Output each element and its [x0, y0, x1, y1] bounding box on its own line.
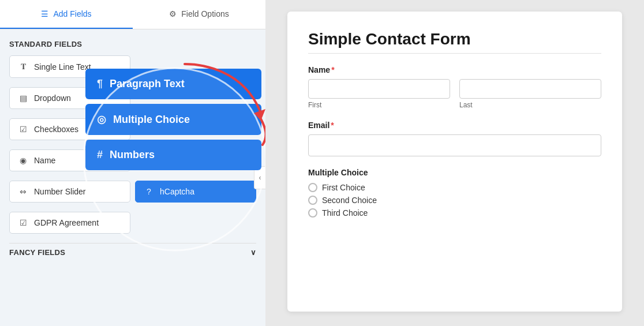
paragraph-text-label: Paragraph Text: [110, 78, 185, 90]
first-name-container: First: [308, 79, 450, 109]
name-required-star: *: [331, 65, 334, 74]
last-sublabel: Last: [459, 101, 601, 109]
tabs-bar: ☰ Add Fields ⚙ Field Options: [0, 0, 265, 29]
choice-2-label: Second Choice: [322, 196, 377, 205]
radio-2[interactable]: [308, 196, 317, 205]
numbers-label: Numbers: [110, 149, 155, 161]
email-form-field: Email*: [308, 121, 601, 156]
numbers-icon: #: [97, 149, 103, 161]
form-title: Simple Contact Form: [308, 30, 601, 48]
form-divider: [308, 53, 601, 54]
multiple-choice-form-field: Multiple Choice First Choice Second Choi…: [308, 168, 601, 218]
fancy-fields-toggle[interactable]: Fancy Fields ∨: [9, 243, 256, 261]
checkboxes-icon: ☑: [18, 125, 28, 134]
name-icon: ◉: [18, 156, 28, 165]
email-input[interactable]: [308, 134, 601, 156]
gdpr-button[interactable]: ☑ GDPR Agreement: [9, 212, 130, 234]
right-panel: Simple Contact Form Name* First Last Em: [265, 0, 644, 326]
email-required-star: *: [331, 121, 334, 130]
left-panel-content: Standard Fields 𝐓 Single Line Text ▤ Dro…: [0, 29, 265, 326]
email-field-label: Email*: [308, 121, 601, 130]
fancy-fields-section: Fancy Fields ∨: [9, 243, 256, 261]
number-slider-label: Number Slider: [34, 187, 85, 196]
multiple-choice-button[interactable]: ◎ Multiple Choice: [85, 104, 261, 135]
dropdown-label: Dropdown: [34, 93, 71, 103]
dropdown-icon: ▤: [18, 93, 28, 103]
form-preview: Simple Contact Form Name* First Last Em: [287, 12, 622, 312]
choice-3: Third Choice: [308, 208, 601, 218]
choice-2: Second Choice: [308, 196, 601, 205]
name-form-field: Name* First Last: [308, 65, 601, 109]
hcaptcha-icon: ?: [144, 187, 154, 196]
field-options-icon: ⚙: [169, 9, 177, 18]
choice-1-label: First Choice: [322, 183, 365, 192]
last-name-container: Last: [459, 79, 601, 109]
multiple-choice-icon: ◎: [97, 113, 106, 126]
paragraph-text-button[interactable]: ¶ Paragraph Text: [85, 69, 261, 99]
number-slider-icon: ⇔: [18, 187, 28, 196]
add-fields-icon: ☰: [41, 9, 48, 18]
paragraph-icon: ¶: [97, 78, 103, 90]
gdpr-icon: ☑: [18, 218, 28, 227]
radio-3[interactable]: [308, 208, 317, 218]
add-fields-tab-label: Add Fields: [53, 9, 91, 18]
collapse-icon: ‹: [259, 174, 261, 182]
first-name-input[interactable]: [308, 79, 450, 99]
number-slider-button[interactable]: ⇔ Number Slider: [9, 181, 130, 203]
gdpr-label: GDPR Agreement: [34, 218, 99, 227]
choice-3-label: Third Choice: [322, 208, 368, 218]
tab-add-fields[interactable]: ☰ Add Fields: [0, 0, 133, 29]
multiple-choice-label: Multiple Choice: [113, 114, 190, 126]
left-panel: ☰ Add Fields ⚙ Field Options Standard Fi…: [0, 0, 265, 326]
tab-field-options[interactable]: ⚙ Field Options: [133, 0, 265, 29]
field-options-tab-label: Field Options: [181, 9, 229, 18]
first-sublabel: First: [308, 101, 450, 109]
checkboxes-label: Checkboxes: [34, 125, 78, 134]
fancy-fields-chevron: ∨: [250, 248, 256, 257]
standard-fields-title: Standard Fields: [9, 40, 256, 48]
name-fields-container: First Last: [308, 79, 601, 109]
name-label: Name: [34, 156, 55, 165]
hcaptcha-label: hCaptcha: [160, 187, 194, 196]
single-line-icon: 𝐓: [18, 62, 28, 72]
name-field-label: Name*: [308, 65, 601, 74]
multiple-choice-field-label: Multiple Choice: [308, 168, 601, 177]
numbers-button[interactable]: # Numbers: [85, 140, 261, 170]
choice-1: First Choice: [308, 183, 601, 192]
single-line-label: Single Line Text: [34, 62, 91, 72]
highlight-panel: ¶ Paragraph Text ◎ Multiple Choice # Num…: [85, 69, 261, 175]
last-name-input[interactable]: [459, 79, 601, 99]
radio-1[interactable]: [308, 183, 317, 192]
hcaptcha-button[interactable]: ? hCaptcha: [135, 181, 256, 203]
fancy-fields-title: Fancy Fields: [9, 248, 65, 257]
